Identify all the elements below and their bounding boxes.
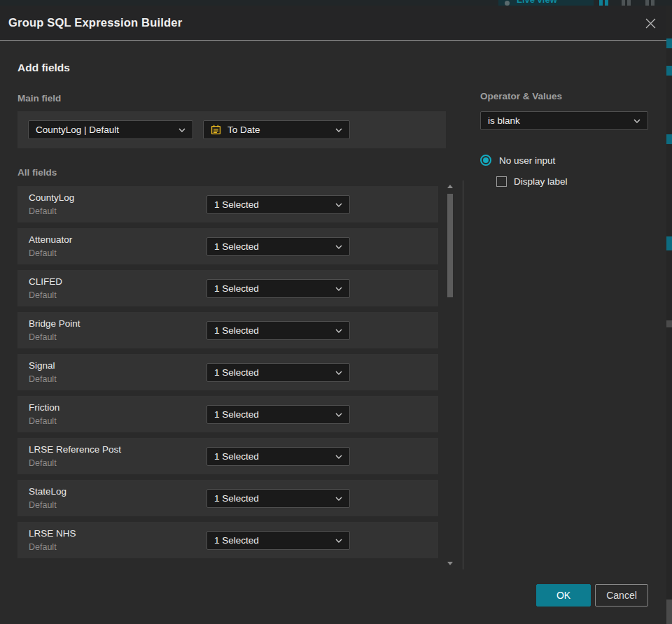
field-name: CountyLog	[29, 192, 74, 203]
field-selection-select[interactable]: 1 Selected	[206, 321, 350, 340]
toolbar-fragment	[645, 0, 649, 6]
field-sublabel: Default	[29, 500, 57, 510]
field-sublabel: Default	[29, 458, 57, 468]
operator-select-value: is blank	[488, 115, 629, 126]
main-field-select-value: CountyLog | Default	[36, 125, 174, 135]
field-selection-value: 1 Selected	[214, 199, 331, 210]
background-app-right-strip	[666, 6, 672, 624]
toolbar-fragment	[622, 0, 625, 6]
operator-select[interactable]: is blank	[480, 111, 648, 130]
field-selection-select[interactable]: 1 Selected	[206, 531, 350, 550]
background-fragment	[666, 134, 672, 144]
field-sublabel: Default	[29, 542, 57, 552]
field-name: LRSE NHS	[29, 528, 76, 539]
chevron-down-icon	[335, 497, 342, 501]
pause-bar-icon	[605, 0, 608, 6]
close-icon[interactable]	[643, 15, 658, 31]
field-selection-value: 1 Selected	[214, 409, 331, 420]
field-name: Friction	[29, 402, 59, 413]
chevron-down-icon	[335, 203, 342, 207]
calendar-icon	[211, 125, 221, 135]
main-field-panel: CountyLog | Default To Date	[18, 111, 446, 148]
field-sublabel: Default	[29, 248, 57, 258]
main-field-select[interactable]: CountyLog | Default	[28, 120, 193, 139]
field-name: LRSE Reference Post	[29, 444, 121, 455]
field-selection-value: 1 Selected	[214, 325, 331, 336]
live-view-chip: Live view	[498, 0, 594, 6]
field-selection-value: 1 Selected	[214, 493, 331, 504]
background-fragment	[666, 320, 672, 327]
field-row: LRSE NHSDefault1 Selected	[18, 522, 438, 558]
scroll-down-icon[interactable]	[447, 562, 453, 565]
chevron-down-icon	[335, 245, 342, 249]
field-row: LRSE Reference PostDefault1 Selected	[18, 438, 438, 474]
radio-selected-icon	[480, 155, 491, 166]
field-sublabel: Default	[29, 416, 57, 426]
field-row: SignalDefault1 Selected	[18, 354, 438, 390]
field-name: Signal	[29, 360, 55, 371]
field-name: StateLog	[29, 486, 66, 497]
add-fields-heading: Add fields	[18, 62, 70, 74]
field-sublabel: Default	[29, 206, 57, 216]
chevron-down-icon	[335, 539, 342, 543]
background-fragment	[666, 600, 672, 624]
no-user-input-label: No user input	[499, 155, 555, 166]
chevron-down-icon	[335, 329, 342, 333]
field-row: Bridge PointDefault1 Selected	[18, 312, 438, 348]
dialog-title: Group SQL Expression Builder	[8, 6, 182, 40]
field-row: CLIFEDDefault1 Selected	[18, 270, 438, 306]
field-selection-select[interactable]: 1 Selected	[206, 279, 350, 298]
main-field-type-select[interactable]: To Date	[203, 120, 350, 139]
live-view-label: Live view	[517, 0, 557, 5]
field-selection-value: 1 Selected	[214, 367, 331, 378]
dialog-titlebar: Group SQL Expression Builder	[0, 6, 666, 41]
chevron-down-icon	[634, 119, 640, 123]
field-sublabel: Default	[29, 332, 57, 342]
field-selection-value: 1 Selected	[214, 535, 331, 546]
toolbar-fragment	[627, 0, 631, 6]
field-sublabel: Default	[29, 290, 57, 300]
no-user-input-radio[interactable]: No user input	[480, 155, 555, 166]
chevron-down-icon	[178, 128, 186, 132]
field-row: AttenuatorDefault1 Selected	[18, 228, 438, 264]
field-selection-select[interactable]: 1 Selected	[206, 363, 350, 382]
background-fragment	[666, 38, 672, 48]
field-name: Bridge Point	[29, 318, 80, 329]
pause-bar-icon	[599, 0, 603, 6]
live-view-dot-icon	[505, 1, 510, 6]
chevron-down-icon	[335, 455, 342, 459]
field-row: StateLogDefault1 Selected	[18, 480, 438, 516]
list-scrollbar[interactable]	[447, 182, 454, 567]
field-selection-value: 1 Selected	[214, 283, 331, 294]
main-field-type-value: To Date	[227, 125, 331, 135]
field-selection-select[interactable]: 1 Selected	[206, 447, 350, 466]
field-selection-value: 1 Selected	[214, 451, 331, 462]
group-sql-expression-builder-dialog: Group SQL Expression Builder Add fields …	[0, 6, 666, 624]
chevron-down-icon	[335, 128, 342, 132]
field-name: CLIFED	[29, 276, 62, 287]
field-selection-value: 1 Selected	[214, 241, 331, 252]
field-selection-select[interactable]: 1 Selected	[206, 195, 350, 214]
display-label-label: Display label	[514, 176, 568, 187]
field-selection-select[interactable]: 1 Selected	[206, 489, 350, 508]
operator-values-heading: Operator & Values	[480, 91, 562, 101]
all-fields-list: CountyLogDefault1 SelectedAttenuatorDefa…	[18, 186, 438, 564]
background-app-top-strip: Live view	[0, 0, 672, 6]
checkbox-unchecked-icon	[496, 176, 507, 187]
main-field-label: Main field	[18, 93, 61, 104]
chevron-down-icon	[335, 287, 342, 291]
all-fields-label: All fields	[18, 167, 57, 178]
field-selection-select[interactable]: 1 Selected	[206, 237, 350, 256]
ok-button[interactable]: OK	[536, 584, 591, 607]
toolbar-fragment	[651, 0, 654, 6]
scrollbar-thumb[interactable]	[447, 194, 453, 297]
field-row: FrictionDefault1 Selected	[18, 396, 438, 432]
panel-divider	[463, 180, 463, 569]
scroll-up-icon[interactable]	[447, 185, 453, 188]
background-fragment	[666, 236, 672, 250]
background-fragment	[666, 66, 672, 76]
display-label-checkbox[interactable]: Display label	[496, 176, 568, 187]
field-selection-select[interactable]: 1 Selected	[206, 405, 350, 424]
cancel-button[interactable]: Cancel	[595, 584, 648, 607]
chevron-down-icon	[335, 413, 342, 417]
